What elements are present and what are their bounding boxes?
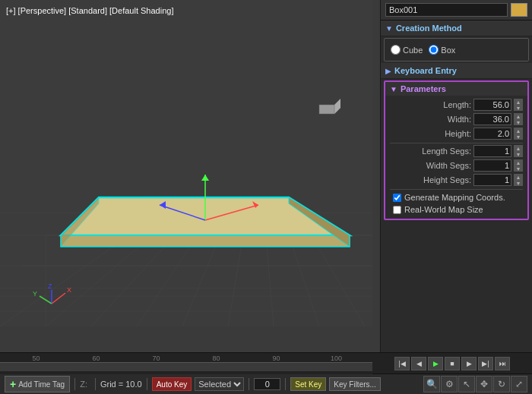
parameters-section: ▼ Parameters Length: ▲ ▼ Width: bbox=[384, 80, 529, 220]
length-down[interactable]: ▼ bbox=[514, 105, 523, 111]
timeline-numbers: 50 60 70 80 90 100 bbox=[0, 355, 372, 362]
creation-method-label: Creation Method bbox=[396, 24, 462, 33]
keyboard-entry-label: Keyboard Entry bbox=[394, 66, 457, 75]
go-end-btn[interactable]: ▶| bbox=[478, 357, 493, 370]
status-row: + Add Time Tag Z: Grid = 10.0 Auto Key S… bbox=[0, 374, 532, 394]
cursor-icon-btn[interactable]: ↖ bbox=[458, 376, 475, 392]
length-up[interactable]: ▲ bbox=[514, 99, 523, 105]
svg-text:Y: Y bbox=[33, 290, 37, 298]
object-name-input[interactable] bbox=[385, 3, 508, 17]
parameters-label: Parameters bbox=[401, 84, 446, 93]
parameters-header[interactable]: ▼ Parameters bbox=[385, 82, 527, 96]
width-segs-input[interactable] bbox=[473, 159, 511, 172]
width-segs-spinner: ▲ ▼ bbox=[514, 159, 523, 172]
rotate-icon-btn[interactable]: ↻ bbox=[493, 376, 510, 392]
stop-btn[interactable]: ■ bbox=[445, 357, 460, 370]
length-row: Length: ▲ ▼ bbox=[390, 99, 523, 111]
width-segs-down[interactable]: ▼ bbox=[514, 165, 523, 172]
main-layout: [+] [Perspective] [Standard] [Default Sh… bbox=[0, 0, 532, 394]
selected-dropdown[interactable]: Selected bbox=[195, 377, 244, 391]
bottom-bar: 50 60 70 80 90 100 |◀ ◀ ▶ ■ ▶ ▶| ⏭ bbox=[0, 352, 532, 394]
height-segs-spinner: ▲ ▼ bbox=[514, 174, 523, 186]
color-swatch[interactable] bbox=[511, 3, 527, 17]
scale-icon-btn[interactable]: ⤢ bbox=[511, 376, 527, 392]
prev-frame-btn[interactable]: ◀ bbox=[411, 357, 426, 370]
play-btn[interactable]: ▶ bbox=[428, 357, 443, 370]
time-input[interactable] bbox=[254, 378, 280, 390]
playback-controls: |◀ ◀ ▶ ■ ▶ ▶| ⏭ bbox=[372, 357, 532, 370]
divider2 bbox=[390, 189, 523, 190]
timeline-num-90: 90 bbox=[246, 355, 306, 362]
box-radio[interactable] bbox=[429, 45, 439, 55]
width-down[interactable]: ▼ bbox=[514, 119, 523, 125]
creation-method-header[interactable]: ▼ Creation Method bbox=[381, 20, 532, 36]
viewport-label: [+] [Perspective] [Standard] [Default Sh… bbox=[6, 6, 173, 15]
svg-marker-26 bbox=[61, 235, 350, 247]
cube-label: Cube bbox=[403, 46, 423, 55]
settings-icon-btn[interactable]: ⚙ bbox=[441, 376, 458, 392]
go-start-btn[interactable]: |◀ bbox=[394, 357, 410, 370]
box-option[interactable]: Box bbox=[429, 45, 455, 55]
gen-mapping-label: Generate Mapping Coords. bbox=[404, 193, 505, 202]
height-row: Height: ▲ ▼ bbox=[390, 128, 523, 140]
keyboard-entry-header[interactable]: ▶ Keyboard Entry bbox=[381, 63, 532, 79]
timeline-row: 50 60 70 80 90 100 |◀ ◀ ▶ ■ ▶ ▶| ⏭ bbox=[0, 353, 532, 374]
height-segs-up[interactable]: ▲ bbox=[514, 174, 523, 180]
timeline-num-60: 60 bbox=[66, 355, 126, 362]
height-down[interactable]: ▼ bbox=[514, 134, 523, 140]
width-up[interactable]: ▲ bbox=[514, 113, 523, 119]
width-spinner: ▲ ▼ bbox=[514, 113, 523, 125]
length-segs-input[interactable] bbox=[473, 145, 511, 157]
width-segs-label: Width Segs: bbox=[390, 161, 471, 170]
length-spinner: ▲ ▼ bbox=[514, 99, 523, 111]
timeline-num-50: 50 bbox=[6, 355, 66, 362]
set-key-btn[interactable]: Set Key bbox=[290, 377, 326, 391]
key-filters-btn[interactable]: Key Filters... bbox=[329, 377, 381, 391]
timeline-num-70: 70 bbox=[126, 355, 186, 362]
add-time-tag-label: Add Time Tag bbox=[18, 380, 65, 389]
height-segs-down[interactable]: ▼ bbox=[514, 180, 523, 186]
height-input[interactable] bbox=[473, 128, 511, 140]
move-icon-btn[interactable]: ✥ bbox=[476, 376, 492, 392]
svg-rect-6 bbox=[0, 0, 372, 326]
object-name-row bbox=[381, 0, 532, 20]
length-segs-up[interactable]: ▲ bbox=[514, 145, 523, 151]
next-key-btn[interactable]: ⏭ bbox=[495, 357, 510, 370]
width-input[interactable] bbox=[473, 113, 511, 125]
real-world-row[interactable]: Real-World Map Size bbox=[390, 203, 523, 216]
timeline[interactable]: 50 60 70 80 90 100 bbox=[0, 353, 372, 374]
timeline-track[interactable] bbox=[0, 362, 372, 371]
cube-radio[interactable] bbox=[391, 45, 401, 55]
svg-text:Z: Z bbox=[48, 282, 52, 290]
top-area: [+] [Perspective] [Standard] [Default Sh… bbox=[0, 0, 532, 352]
divider-v2 bbox=[95, 378, 96, 390]
width-label: Width: bbox=[390, 115, 471, 124]
height-spinner: ▲ ▼ bbox=[514, 128, 523, 140]
length-input[interactable] bbox=[473, 99, 511, 111]
creation-method-arrow: ▼ bbox=[385, 24, 393, 33]
gen-mapping-row[interactable]: Generate Mapping Coords. bbox=[390, 191, 523, 203]
width-segs-up[interactable]: ▲ bbox=[514, 159, 523, 165]
length-segs-down[interactable]: ▼ bbox=[514, 151, 523, 157]
next-frame-btn[interactable]: ▶ bbox=[461, 357, 477, 370]
auto-key-btn[interactable]: Auto Key bbox=[152, 377, 192, 391]
parameters-body: Length: ▲ ▼ Width: ▲ ▼ bbox=[385, 96, 527, 219]
grid-label: Grid = 10.0 bbox=[100, 380, 142, 389]
length-label: Length: bbox=[390, 100, 471, 109]
gen-mapping-checkbox[interactable] bbox=[393, 194, 401, 202]
real-world-checkbox[interactable] bbox=[393, 206, 401, 214]
cube-option[interactable]: Cube bbox=[391, 45, 423, 55]
viewport-label-text: [+] [Perspective] [Standard] [Default Sh… bbox=[6, 6, 173, 15]
viewport-area[interactable]: [+] [Perspective] [Standard] [Default Sh… bbox=[0, 0, 380, 352]
height-up[interactable]: ▲ bbox=[514, 128, 523, 134]
add-time-tag-btn[interactable]: + Add Time Tag bbox=[5, 376, 70, 392]
search-icon-btn[interactable]: 🔍 bbox=[423, 376, 440, 392]
height-segs-input[interactable] bbox=[473, 174, 511, 186]
length-segs-label: Length Segs: bbox=[390, 147, 471, 156]
height-label: Height: bbox=[390, 129, 471, 138]
z-label: Z: bbox=[80, 380, 87, 389]
viewport-svg: X Z Y bbox=[0, 0, 380, 352]
divider-v4 bbox=[249, 378, 249, 390]
plus-icon: + bbox=[10, 378, 16, 390]
divider bbox=[390, 143, 523, 143]
